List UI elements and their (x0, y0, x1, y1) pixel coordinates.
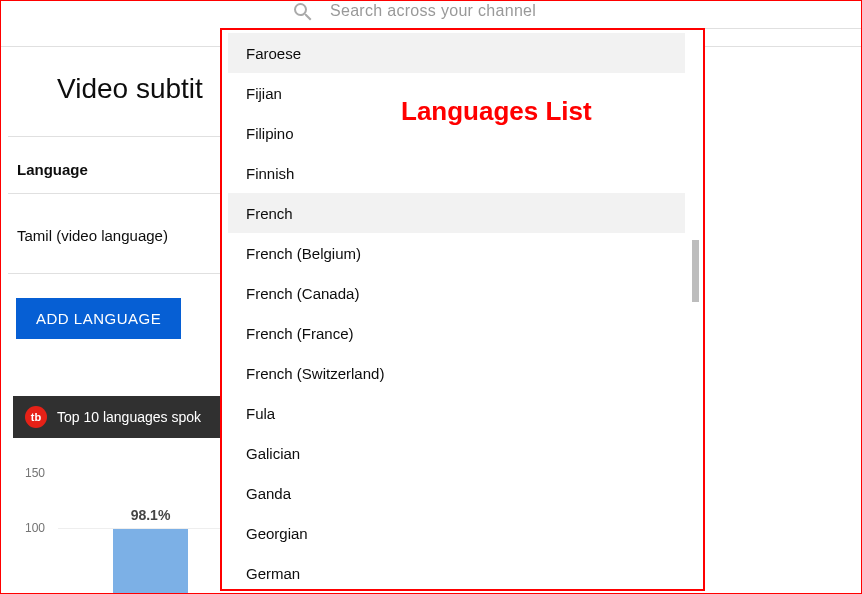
add-language-button[interactable]: ADD LANGUAGE (16, 298, 181, 339)
language-option[interactable]: Fula (228, 393, 685, 433)
language-option[interactable]: French (228, 193, 685, 233)
scrollbar-track[interactable] (689, 34, 699, 585)
language-option[interactable]: German (228, 553, 685, 586)
bar-value-label: 98.1% (131, 507, 171, 523)
search-placeholder: Search across your channel (330, 2, 536, 20)
scrollbar-thumb[interactable] (692, 240, 699, 302)
language-column-header: Language (17, 161, 88, 178)
language-row-value: Tamil (video language) (17, 227, 168, 244)
chart-bar: 98.1% (113, 529, 188, 593)
search-bar[interactable]: Search across your channel (266, 1, 861, 29)
language-option[interactable]: French (Belgium) (228, 233, 685, 273)
search-icon (291, 1, 315, 24)
annotation-label: Languages List (401, 96, 592, 127)
language-option[interactable]: French (Switzerland) (228, 353, 685, 393)
widget-title: Top 10 languages spok (57, 409, 201, 425)
language-option[interactable]: French (Canada) (228, 273, 685, 313)
y-tick-label: 150 (25, 466, 45, 480)
language-option[interactable]: Galician (228, 433, 685, 473)
tubebuddy-badge-icon: tb (25, 406, 47, 428)
page-title: Video subtit (57, 73, 203, 105)
y-tick-label: 100 (25, 521, 45, 535)
language-option[interactable]: Faroese (228, 33, 685, 73)
language-option[interactable]: French (France) (228, 313, 685, 353)
language-option[interactable]: Finnish (228, 153, 685, 193)
language-option[interactable]: Ganda (228, 473, 685, 513)
language-option[interactable]: Georgian (228, 513, 685, 553)
